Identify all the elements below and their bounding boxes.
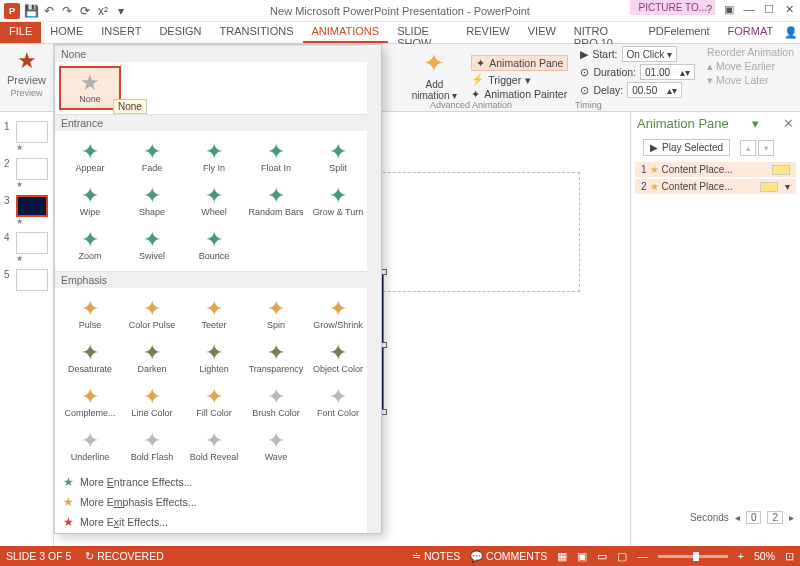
anim-zoom[interactable]: ✦Zoom: [59, 223, 121, 267]
anim-lighten[interactable]: ✦Lighten: [183, 336, 245, 380]
tab-file[interactable]: FILE: [0, 22, 41, 43]
zoom-out-icon[interactable]: —: [637, 550, 648, 562]
anim-underline[interactable]: ✦Underline: [59, 424, 121, 468]
start-select[interactable]: On Click ▾: [622, 46, 677, 62]
help-icon[interactable]: ?: [700, 0, 718, 18]
anim-fade[interactable]: ✦Fade: [121, 135, 183, 179]
tab-pdfelement[interactable]: PDFelement: [639, 22, 718, 43]
move-down-icon[interactable]: ▾: [758, 140, 774, 156]
anim-fly-in[interactable]: ✦Fly In: [183, 135, 245, 179]
sorter-view-icon[interactable]: ▣: [577, 550, 587, 562]
anim-wipe[interactable]: ✦Wipe: [59, 179, 121, 223]
anim-wheel[interactable]: ✦Wheel: [183, 179, 245, 223]
tab-view[interactable]: VIEW: [519, 22, 565, 43]
anim-color-pulse[interactable]: ✦Color Pulse: [121, 292, 183, 336]
account-icon[interactable]: 👤: [782, 22, 800, 43]
move-up-icon[interactable]: ▴: [740, 140, 756, 156]
tab-review[interactable]: REVIEW: [457, 22, 518, 43]
more-emphasis-effects[interactable]: ★More Emphasis Effects...: [55, 492, 381, 512]
zoom-in-icon[interactable]: +: [738, 550, 744, 562]
slide-thumb-4[interactable]: 4★: [0, 229, 53, 266]
anim-teeter[interactable]: ✦Teeter: [183, 292, 245, 336]
minimize-icon[interactable]: —: [740, 0, 758, 18]
tab-format[interactable]: FORMAT: [719, 22, 783, 43]
slide-thumb-5[interactable]: 5: [0, 266, 53, 294]
anim-darken[interactable]: ✦Darken: [121, 336, 183, 380]
redo-icon[interactable]: ↷: [60, 4, 74, 18]
close-icon[interactable]: ✕: [780, 0, 798, 18]
tab-animations[interactable]: ANIMATIONS: [303, 22, 389, 43]
anim-split[interactable]: ✦Split: [307, 135, 369, 179]
anim-desaturate[interactable]: ✦Desaturate: [59, 336, 121, 380]
move-earlier-button[interactable]: ▴ Move Earlier: [707, 60, 794, 72]
fit-to-window-icon[interactable]: ⊡: [785, 550, 794, 562]
zoom-level[interactable]: 50%: [754, 550, 775, 562]
anim-line-color[interactable]: ✦Line Color: [121, 380, 183, 424]
recovered-indicator[interactable]: ↻ RECOVERED: [85, 550, 163, 562]
animation-painter-button[interactable]: ✦ Animation Painter: [471, 88, 568, 100]
anim-bold-flash[interactable]: ✦Bold Flash: [121, 424, 183, 468]
anim-compleme-[interactable]: ✦Compleme...: [59, 380, 121, 424]
normal-view-icon[interactable]: ▦: [557, 550, 567, 562]
repeat-icon[interactable]: ⟳: [78, 4, 92, 18]
tab-home[interactable]: HOME: [41, 22, 92, 43]
trigger-button[interactable]: ⚡ Trigger ▾: [471, 73, 568, 86]
anim-grow-shrink[interactable]: ✦Grow/Shrink: [307, 292, 369, 336]
animation-pane-button[interactable]: ✦ Animation Pane: [471, 55, 568, 71]
tab-insert[interactable]: INSERT: [92, 22, 150, 43]
superscript-icon[interactable]: x²: [96, 4, 110, 18]
tab-nitro[interactable]: NITRO PRO 10: [565, 22, 640, 43]
maximize-icon[interactable]: ☐: [760, 0, 778, 18]
timeline-prev-icon[interactable]: ◂: [735, 512, 740, 523]
slide-thumb-3[interactable]: 3★: [0, 192, 53, 229]
anim-bold-reveal[interactable]: ✦Bold Reveal: [183, 424, 245, 468]
duration-input[interactable]: 01.00 ▴▾: [640, 64, 695, 80]
animation-pane-dropdown-icon[interactable]: ▾: [752, 116, 759, 131]
slideshow-view-icon[interactable]: ▢: [617, 550, 627, 562]
anim-appear[interactable]: ✦Appear: [59, 135, 121, 179]
anim-spin[interactable]: ✦Spin: [245, 292, 307, 336]
anim-wave[interactable]: ✦Wave: [245, 424, 307, 468]
gallery-scrollbar[interactable]: [367, 45, 381, 533]
anim-float-in[interactable]: ✦Float In: [245, 135, 307, 179]
timeline-next-icon[interactable]: ▸: [789, 512, 794, 523]
undo-icon[interactable]: ↶: [42, 4, 56, 18]
anim-none[interactable]: ★None: [59, 66, 121, 110]
anim-shape[interactable]: ✦Shape: [121, 179, 183, 223]
tab-slideshow[interactable]: SLIDE SHOW: [388, 22, 457, 43]
ribbon-options-icon[interactable]: ▣: [720, 0, 738, 18]
slide-counter[interactable]: SLIDE 3 OF 5: [6, 550, 71, 562]
zoom-slider[interactable]: [658, 555, 728, 558]
anim-bounce[interactable]: ✦Bounce: [183, 223, 245, 267]
anim-grow-turn[interactable]: ✦Grow & Turn: [307, 179, 369, 223]
anim-item-2[interactable]: 2★Content Place...▾: [635, 179, 796, 194]
delay-input[interactable]: 00.50 ▴▾: [627, 82, 682, 98]
anim-font-color[interactable]: ✦Font Color: [307, 380, 369, 424]
more-entrance-effects[interactable]: ★More Entrance Effects...: [55, 472, 381, 492]
qat-dropdown-icon[interactable]: ▾: [114, 4, 128, 18]
anim-pulse[interactable]: ✦Pulse: [59, 292, 121, 336]
save-icon[interactable]: 💾: [24, 4, 38, 18]
move-later-button[interactable]: ▾ Move Later: [707, 74, 794, 86]
play-selected-button[interactable]: ▶ Play Selected: [643, 139, 730, 156]
comments-button[interactable]: 💬 COMMENTS: [470, 550, 547, 563]
animation-pane-title: Animation Pane: [637, 116, 729, 131]
anim-random-bars[interactable]: ✦Random Bars: [245, 179, 307, 223]
preview-button[interactable]: Preview: [0, 74, 53, 86]
notes-button[interactable]: ≐ NOTES: [412, 550, 460, 562]
tab-transitions[interactable]: TRANSITIONS: [211, 22, 303, 43]
more-exit-effects[interactable]: ★More Exit Effects...: [55, 512, 381, 532]
animation-pane-close-icon[interactable]: ✕: [783, 116, 794, 131]
more-motion-paths[interactable]: ☆More Motion Paths...: [55, 532, 381, 534]
anim-swivel[interactable]: ✦Swivel: [121, 223, 183, 267]
reading-view-icon[interactable]: ▭: [597, 550, 607, 562]
tab-design[interactable]: DESIGN: [150, 22, 210, 43]
slide-thumb-2[interactable]: 2★: [0, 155, 53, 192]
preview-icon[interactable]: ★: [0, 48, 53, 74]
slide-thumb-1[interactable]: 1★: [0, 118, 53, 155]
anim-transparency[interactable]: ✦Transparency: [245, 336, 307, 380]
anim-brush-color[interactable]: ✦Brush Color: [245, 380, 307, 424]
anim-fill-color[interactable]: ✦Fill Color: [183, 380, 245, 424]
anim-object-color[interactable]: ✦Object Color: [307, 336, 369, 380]
anim-item-1[interactable]: 1★Content Place...: [635, 162, 796, 177]
